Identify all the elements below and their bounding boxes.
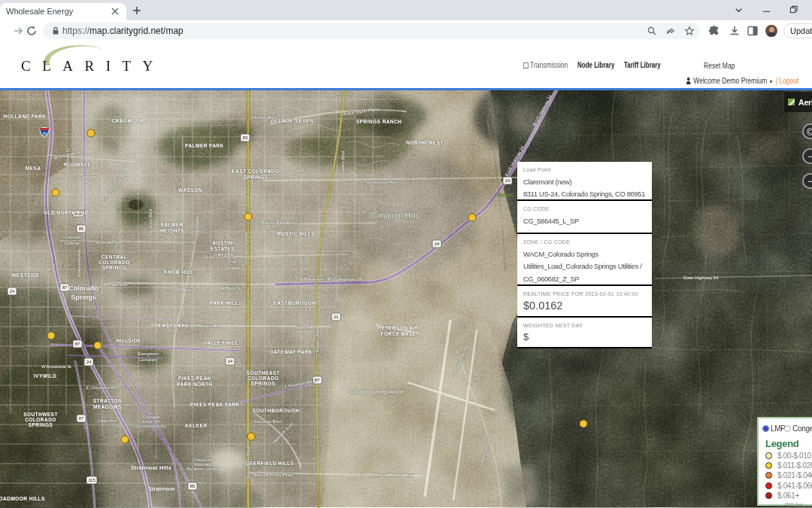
svg-text:State Highway 94: State Highway 94 bbox=[683, 275, 719, 280]
svg-text:E Bijou St: E Bijou St bbox=[178, 287, 198, 292]
svg-text:NORTHCREST: NORTHCREST bbox=[406, 140, 444, 145]
svg-text:DEERFIELD HILLS: DEERFIELD HILLS bbox=[246, 461, 294, 466]
svg-text:Stratmoor: Stratmoor bbox=[148, 485, 175, 492]
svg-text:BROADMOOR HILLS: BROADMOOR HILLS bbox=[0, 496, 45, 501]
svg-text:87: 87 bbox=[79, 416, 84, 421]
svg-text:24: 24 bbox=[435, 242, 440, 246]
svg-text:Citadel: Citadel bbox=[226, 266, 241, 270]
svg-text:85: 85 bbox=[79, 227, 84, 231]
svg-text:WESTSIDE: WESTSIDE bbox=[11, 272, 40, 278]
svg-text:KNOB HILL: KNOB HILL bbox=[164, 269, 194, 275]
svg-text:PARK NORTH: PARK NORTH bbox=[177, 382, 212, 387]
svg-text:PETERSON AIR: PETERSON AIR bbox=[378, 325, 419, 330]
svg-text:VALLEY HILL: VALLEY HILL bbox=[204, 340, 238, 345]
svg-text:N Circle Dr: N Circle Dr bbox=[195, 215, 200, 236]
svg-text:Colorado: Colorado bbox=[63, 235, 82, 239]
svg-text:IVYWILD: IVYWILD bbox=[34, 373, 56, 379]
svg-text:Astrozon Blvd: Astrozon Blvd bbox=[254, 419, 281, 424]
svg-text:Palmer Park Blvd: Palmer Park Blvd bbox=[262, 221, 295, 225]
svg-text:COLORADO: COLORADO bbox=[247, 376, 279, 381]
svg-text:24: 24 bbox=[505, 178, 511, 183]
svg-text:24: 24 bbox=[228, 359, 233, 364]
svg-text:87: 87 bbox=[62, 285, 68, 290]
svg-text:E Bijou St: E Bijou St bbox=[222, 286, 241, 291]
svg-text:CLARITY: CLARITY bbox=[21, 58, 162, 74]
svg-text:Colorado: Colorado bbox=[68, 284, 98, 292]
svg-text:SPRINGS: SPRINGS bbox=[251, 381, 276, 386]
svg-text:E Uintah St: E Uintah St bbox=[96, 240, 119, 245]
svg-text:21: 21 bbox=[334, 315, 339, 319]
svg-text:OLD NORTH END: OLD NORTH END bbox=[44, 210, 89, 215]
svg-text:115: 115 bbox=[88, 478, 95, 482]
svg-text:N Nevada Ave: N Nevada Ave bbox=[77, 250, 81, 278]
svg-text:HOLLAND PARK: HOLLAND PARK bbox=[3, 114, 46, 119]
svg-text:87: 87 bbox=[315, 378, 320, 382]
svg-text:SOUTHWEST: SOUTHWEST bbox=[23, 412, 58, 417]
svg-text:COLORADO: COLORADO bbox=[25, 417, 56, 422]
svg-text:E Platte Ave: E Platte Ave bbox=[104, 282, 127, 287]
svg-text:PIKES PEAK PARK: PIKES PEAK PARK bbox=[190, 402, 240, 407]
svg-text:SPRINGS: SPRINGS bbox=[29, 422, 53, 427]
svg-text:CRAGMOOR: CRAGMOOR bbox=[111, 118, 144, 123]
svg-text:Cemetery: Cemetery bbox=[138, 357, 158, 362]
svg-text:SPRINGS: SPRINGS bbox=[244, 175, 268, 180]
svg-text:PIKES PEAK: PIKES PEAK bbox=[178, 376, 211, 381]
svg-text:Cimarron Hills: Cimarron Hills bbox=[372, 211, 420, 220]
svg-text:S Powers Blvd: S Powers Blvd bbox=[315, 328, 320, 357]
svg-text:SOUTHBOROUGH: SOUTHBOROUGH bbox=[253, 408, 299, 413]
svg-text:E Platte Ave E US Highway 24: E Platte Ave E US Highway 24 bbox=[300, 277, 362, 281]
svg-text:Milton E Proby Pkwy: Milton E Proby Pkwy bbox=[253, 473, 292, 477]
svg-text:KELKER: KELKER bbox=[185, 423, 208, 428]
svg-text:EASTBOROUGH: EASTBOROUGH bbox=[274, 300, 316, 306]
svg-text:85: 85 bbox=[190, 484, 195, 488]
svg-text:FORCE BASE: FORCE BASE bbox=[380, 331, 416, 336]
svg-text:HILLSIDE: HILLSIDE bbox=[116, 338, 141, 343]
svg-text:PALMER PARK: PALMER PARK bbox=[185, 143, 224, 148]
svg-text:AUSTIN: AUSTIN bbox=[213, 240, 233, 245]
svg-text:PALMER: PALMER bbox=[161, 222, 183, 227]
svg-text:87: 87 bbox=[75, 342, 80, 346]
svg-text:ESTATES: ESTATES bbox=[211, 246, 235, 251]
svg-text:EAST COLORADO: EAST COLORADO bbox=[232, 169, 279, 174]
svg-text:N Union Blvd: N Union Blvd bbox=[148, 209, 153, 235]
svg-text:N Chestnut St: N Chestnut St bbox=[65, 148, 70, 175]
svg-text:RUSTIC HILLS: RUSTIC HILLS bbox=[277, 231, 315, 236]
svg-text:W Brookside St: W Brookside St bbox=[41, 364, 71, 369]
svg-text:E Cheyenne Rd: E Cheyenne Rd bbox=[86, 385, 117, 390]
svg-text:Airport Rd: Airport Rd bbox=[296, 325, 316, 330]
svg-text:PARK HILL: PARK HILL bbox=[210, 300, 238, 306]
svg-text:Galley Rd: Galley Rd bbox=[214, 252, 232, 257]
svg-text:24: 24 bbox=[10, 289, 15, 294]
svg-text:GATEWAY PARK: GATEWAY PARK bbox=[270, 349, 313, 354]
svg-text:Springs: Springs bbox=[71, 294, 96, 301]
svg-text:COLORADO: COLORADO bbox=[98, 260, 130, 265]
svg-text:N Powers Blvd: N Powers Blvd bbox=[341, 151, 345, 180]
svg-text:Corrections Hq: Corrections Hq bbox=[136, 424, 166, 428]
svg-text:HEIGHTS: HEIGHTS bbox=[160, 228, 184, 233]
svg-text:Lake Ave: Lake Ave bbox=[98, 418, 117, 423]
svg-text:Constitution Ave: Constitution Ave bbox=[366, 180, 398, 184]
svg-text:25: 25 bbox=[42, 132, 47, 136]
svg-text:MEADOWS: MEADOWS bbox=[93, 404, 122, 409]
svg-text:83: 83 bbox=[243, 135, 248, 140]
svg-text:Colorado Springs Airport: Colorado Springs Airport bbox=[350, 389, 404, 395]
svg-text:EAST LAKE: EAST LAKE bbox=[159, 323, 189, 328]
svg-text:S Academy Blvd: S Academy Blvd bbox=[246, 447, 250, 479]
svg-text:WASSON: WASSON bbox=[178, 187, 202, 193]
svg-text:SPRINGS: SPRINGS bbox=[102, 265, 127, 270]
svg-text:STRATTON: STRATTON bbox=[93, 398, 123, 403]
svg-text:Evergreen: Evergreen bbox=[138, 351, 159, 356]
svg-text:MESA: MESA bbox=[26, 166, 41, 171]
svg-text:Milton E Proby Pkwy: Milton E Proby Pkwy bbox=[374, 473, 414, 477]
svg-text:Nichols Blvd: Nichols Blvd bbox=[253, 115, 277, 120]
svg-text:Airport Rd: Airport Rd bbox=[200, 324, 220, 328]
svg-text:The: The bbox=[229, 260, 238, 264]
svg-text:Re-Entry Center: Re-Entry Center bbox=[186, 467, 219, 471]
svg-text:N Academy Blvd: N Academy Blvd bbox=[244, 233, 248, 265]
svg-text:24: 24 bbox=[86, 360, 92, 364]
svg-text:SOUTHEAST: SOUTHEAST bbox=[247, 370, 280, 376]
svg-text:CENTRAL: CENTRAL bbox=[102, 254, 127, 260]
svg-text:Jimmy C: Jimmy C bbox=[497, 193, 514, 197]
svg-text:SPRINGS RANCH: SPRINGS RANCH bbox=[356, 119, 402, 124]
svg-text:College: College bbox=[65, 241, 80, 245]
